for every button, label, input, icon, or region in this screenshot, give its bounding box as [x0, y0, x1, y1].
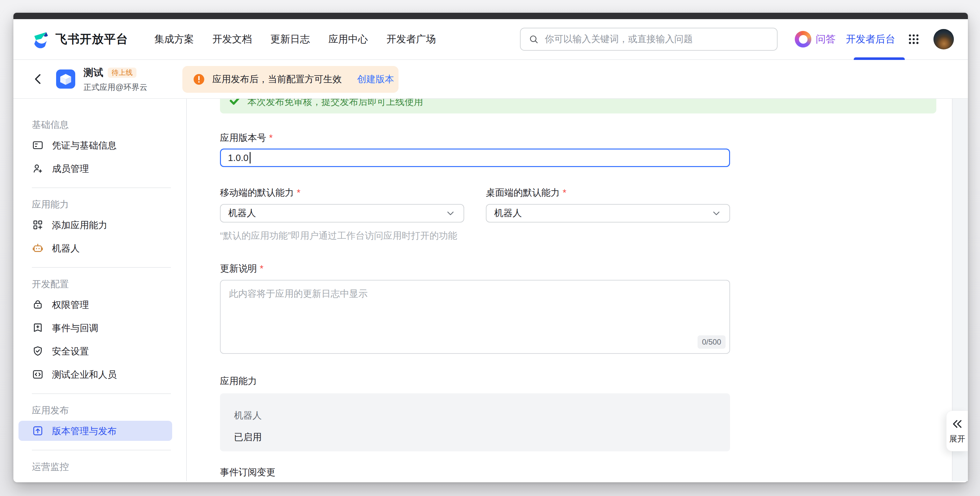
back-button[interactable]	[32, 73, 45, 86]
search-input[interactable]: 你可以输入关键词，或直接输入问题	[520, 28, 778, 51]
nav-right-group: 问答 开发者后台	[795, 29, 961, 49]
sidebar: 基础信息 凭证与基础信息 成员管理 应用能力 添加应用能力	[13, 99, 187, 481]
version-label: 应用版本号	[220, 131, 730, 144]
user-plus-icon	[32, 162, 44, 174]
sidebar-item-add-capability[interactable]: 添加应用能力	[19, 215, 172, 235]
warning-text: 应用发布后，当前配置方可生效	[212, 73, 342, 86]
create-version-link[interactable]: 创建版本	[357, 73, 394, 86]
sidebar-item-label: 添加应用能力	[52, 219, 107, 231]
sidebar-divider	[32, 188, 171, 188]
qa-link[interactable]: 问答	[816, 32, 835, 46]
capability-status: 已启用	[234, 431, 716, 444]
text-caret	[250, 152, 251, 164]
mobile-capability-select[interactable]: 机器人	[220, 204, 464, 223]
capability-name: 机器人	[234, 409, 716, 422]
sidebar-item-permissions[interactable]: 权限管理	[19, 294, 172, 315]
sidebar-divider	[32, 450, 171, 450]
sidebar-divider	[32, 267, 171, 268]
feishu-logo-icon	[30, 29, 50, 49]
upload-icon	[32, 425, 44, 437]
lock-icon	[32, 299, 44, 310]
app-header: 测试 待上线 正式应用@环界云 应用发布后，当前配置方可生效 创建版本	[13, 60, 968, 99]
chevron-down-icon	[445, 208, 456, 219]
sidebar-item-credentials[interactable]: 凭证与基础信息	[19, 135, 172, 155]
default-capability-hint: “默认的应用功能”即用户通过工作台访问应用时打开的功能	[220, 229, 464, 242]
apps-grid-icon[interactable]	[907, 33, 920, 46]
sidebar-item-label: 事件与回调	[52, 323, 98, 334]
warning-icon	[192, 73, 205, 86]
sidebar-divider	[32, 393, 171, 394]
desktop-capability-select[interactable]: 机器人	[486, 204, 730, 223]
app-subtitle: 正式应用@环界云	[84, 82, 147, 92]
app-cube-icon	[56, 70, 75, 89]
top-navbar: 飞书开放平台 集成方案 开发文档 更新日志 应用中心 开发者广场 你可以输入关键…	[13, 19, 968, 60]
sidebar-section-capabilities: 应用能力	[32, 199, 186, 210]
sidebar-item-label: 成员管理	[52, 163, 89, 174]
avatar[interactable]	[934, 29, 954, 49]
expand-panel-button[interactable]: 展开	[946, 410, 968, 451]
mobile-capability-value: 机器人	[228, 207, 256, 219]
nav-menu: 集成方案 开发文档 更新日志 应用中心 开发者广场	[154, 32, 436, 46]
search-placeholder: 你可以输入关键词，或直接输入问题	[545, 33, 693, 46]
main-content: 本次发布免审核，提交发布后即可上线使用 应用版本号 1.0.0 移动端的默认能力…	[187, 99, 952, 481]
sidebar-item-label: 安全设置	[52, 346, 89, 357]
sidebar-item-test-org[interactable]: 测试企业和人员	[19, 364, 172, 385]
browser-window: 飞书开放平台 集成方案 开发文档 更新日志 应用中心 开发者广场 你可以输入关键…	[13, 13, 968, 482]
char-counter: 0/500	[698, 335, 725, 349]
double-chevron-left-icon	[951, 418, 963, 430]
version-value: 1.0.0	[228, 153, 249, 163]
sidebar-item-label: 凭证与基础信息	[52, 140, 117, 151]
app-meta: 测试 待上线 正式应用@环界云	[84, 66, 147, 92]
chevron-down-icon	[711, 208, 722, 219]
search-icon	[528, 34, 539, 45]
status-badge: 待上线	[108, 68, 137, 78]
nav-item-app-center[interactable]: 应用中心	[328, 32, 368, 46]
bookmark-plus-icon	[32, 322, 44, 334]
code-icon	[32, 369, 44, 380]
events-title: 事件订阅变更	[220, 467, 730, 477]
sidebar-section-monitoring: 运营监控	[32, 461, 186, 472]
sidebar-item-label: 机器人	[52, 243, 80, 254]
desktop-capability-label: 桌面端的默认能力	[486, 186, 730, 199]
grid-plus-icon	[32, 219, 44, 231]
feishu-logo[interactable]: 飞书开放平台	[30, 29, 128, 49]
capabilities-title: 应用能力	[220, 375, 730, 386]
mobile-capability-label: 移动端的默认能力	[220, 186, 464, 199]
update-notes-textarea[interactable]	[221, 280, 729, 353]
sidebar-item-events-callbacks[interactable]: 事件与回调	[19, 318, 172, 338]
sidebar-section-release: 应用发布	[32, 405, 186, 416]
success-banner-text: 本次发布免审核，提交发布后即可上线使用	[247, 99, 423, 108]
sidebar-section-basic-info: 基础信息	[32, 119, 186, 130]
window-titlebar	[13, 13, 968, 19]
qa-ring-icon[interactable]	[795, 31, 811, 48]
capabilities-card: 机器人 已启用	[220, 393, 730, 451]
sidebar-item-version-release[interactable]: 版本管理与发布	[19, 421, 172, 441]
update-notes-field: 0/500	[220, 280, 730, 354]
nav-item-integrations[interactable]: 集成方案	[154, 32, 194, 46]
sidebar-item-label: 测试企业和人员	[52, 369, 117, 380]
nav-item-docs[interactable]: 开发文档	[212, 32, 252, 46]
shield-check-icon	[32, 345, 44, 357]
sidebar-section-dev-config: 开发配置	[32, 278, 186, 289]
sidebar-item-label: 版本管理与发布	[52, 426, 117, 436]
nav-item-dev-plaza[interactable]: 开发者广场	[387, 32, 436, 46]
nav-item-changelog[interactable]: 更新日志	[270, 32, 310, 46]
active-tab-indicator	[854, 57, 905, 60]
success-check-icon	[229, 99, 240, 108]
developer-console-tab[interactable]: 开发者后台	[846, 32, 895, 46]
publish-warning-banner: 应用发布后，当前配置方可生效 创建版本	[182, 66, 398, 93]
sidebar-item-label: 权限管理	[52, 299, 89, 310]
desktop-capability-value: 机器人	[494, 207, 522, 219]
version-form: 应用版本号 1.0.0 移动端的默认能力 机器人 “默认的应用功能”即用户	[220, 131, 730, 481]
robot-icon	[32, 242, 44, 254]
sidebar-item-members[interactable]: 成员管理	[19, 159, 172, 178]
right-rail: 展开	[952, 99, 968, 481]
success-banner: 本次发布免审核，提交发布后即可上线使用	[220, 99, 936, 113]
logo-text: 飞书开放平台	[56, 31, 128, 47]
sidebar-item-security[interactable]: 安全设置	[19, 341, 172, 361]
app-name: 测试	[84, 66, 103, 79]
version-input[interactable]: 1.0.0	[220, 149, 730, 167]
back-chevron-icon	[32, 73, 45, 86]
id-card-icon	[32, 139, 44, 151]
sidebar-item-bot[interactable]: 机器人	[19, 238, 172, 258]
